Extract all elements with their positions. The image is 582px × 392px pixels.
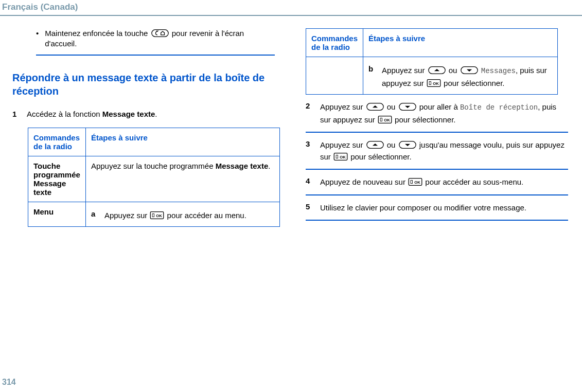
th-commands: Commandes de la radio — [28, 128, 86, 156]
step-3-number: 3 — [306, 139, 313, 148]
bullet-pre: Maintenez enfoncée la touche — [45, 29, 150, 38]
bullet-text: Maintenez enfoncée la touche pour reveni… — [45, 28, 275, 49]
section-heading: Répondre à un message texte à partir de … — [12, 71, 275, 98]
b-post2: pour sélectionner. — [444, 79, 504, 87]
r1c2-pre: Appuyez sur la touche programmée — [91, 162, 216, 170]
sub-a-pre: Appuyez sur — [104, 211, 150, 220]
b-pre: Appuyez sur — [382, 66, 427, 75]
down-icon — [398, 102, 417, 111]
commands-table-right: Commandes de la radio Étapes à suivre b … — [306, 28, 558, 95]
cell-touche-steps: Appuyez sur la touche programmée Message… — [85, 156, 279, 202]
ok-icon — [377, 115, 393, 124]
step-3: 3 Appuyez sur ou jusqu'au message voulu,… — [306, 133, 568, 170]
cell-menu: Menu — [28, 202, 86, 226]
sub-b-label: b — [368, 64, 376, 89]
s2-pre: Appuyez sur — [320, 102, 365, 111]
s2-mono: Boîte de réception — [460, 103, 538, 112]
left-column: • Maintenez enfoncée la touche pour reve… — [12, 28, 275, 227]
ok-icon — [149, 211, 165, 220]
th-commands-r: Commandes de la radio — [306, 29, 363, 57]
page-body: • Maintenez enfoncée la touche pour reve… — [0, 16, 582, 227]
down-icon — [460, 66, 479, 75]
step-1-number: 1 — [12, 109, 20, 118]
cell-touche: Touche programmée Message texte — [28, 156, 86, 202]
s3-post: pour sélectionner. — [350, 152, 411, 161]
th-steps: Étapes à suivre — [85, 128, 279, 156]
sub-a-label: a — [91, 209, 98, 221]
step-list-left: 1 Accédez à la fonction Message texte. C… — [12, 109, 275, 227]
cell-empty — [306, 57, 363, 95]
step-4-body: Appuyez de nouveau sur pour accéder au s… — [320, 176, 568, 188]
step1-post: . — [155, 110, 157, 118]
step-2-body: Appuyez sur ou pour aller à Boîte de réc… — [320, 101, 568, 126]
th-steps-r: Étapes à suivre — [363, 29, 558, 57]
b-mono: Messages — [481, 67, 516, 75]
bullet-dot: • — [36, 28, 39, 49]
commands-table-left: Commandes de la radio Étapes à suivre To… — [28, 128, 280, 227]
s3-ou: ou — [387, 140, 398, 149]
cell-menu-steps: a Appuyez sur pour accéder au menu. — [85, 202, 279, 226]
touche-label: Touche programmée Message texte — [33, 162, 80, 197]
step-2: 2 Appuyez sur ou pour aller à Boîte de r… — [306, 95, 568, 133]
sub-a-text: Appuyez sur pour accéder au menu. — [104, 209, 274, 221]
step-5-body: Utilisez le clavier pour composer ou mod… — [320, 202, 568, 213]
s2-post2: pour sélectionner. — [395, 115, 455, 124]
sub-b-text: Appuyez sur ou Messages, puis sur appuye… — [382, 64, 552, 89]
s3-pre: Appuyez sur — [320, 140, 365, 149]
step-4: 4 Appuyez de nouveau sur pour accéder au… — [306, 170, 568, 195]
up-icon — [365, 140, 385, 149]
language-header: Français (Canada) — [0, 0, 582, 16]
step-5-number: 5 — [306, 202, 313, 211]
bullet-note: • Maintenez enfoncée la touche pour reve… — [36, 28, 275, 56]
ok-icon — [333, 152, 348, 161]
down-icon — [398, 140, 417, 149]
cell-b-steps: b Appuyez sur ou Messages, puis sur appu… — [363, 57, 558, 95]
step1-bold: Message texte — [102, 110, 155, 118]
s4-pre: Appuyez de nouveau sur — [320, 177, 408, 186]
home-icon — [150, 29, 170, 38]
up-icon — [365, 102, 385, 111]
ok-icon — [426, 79, 442, 87]
s2-ou: ou — [387, 102, 398, 111]
step1-pre: Accédez à la fonction — [27, 110, 102, 118]
page-number: 314 — [2, 378, 16, 387]
step-3-body: Appuyez sur ou jusqu'au message voulu, p… — [320, 139, 568, 163]
step-1-text: Accédez à la fonction Message texte. — [27, 110, 157, 118]
step-2-number: 2 — [306, 101, 313, 110]
sub-a-post: pour accéder au menu. — [167, 211, 246, 220]
step-5: 5 Utilisez le clavier pour composer ou m… — [306, 195, 568, 221]
r1c2-post: . — [268, 162, 270, 170]
right-column: Commandes de la radio Étapes à suivre b … — [306, 28, 568, 227]
ok-icon — [408, 177, 423, 186]
b-ou: ou — [449, 66, 460, 75]
up-icon — [427, 66, 447, 75]
s2-mid: pour aller à — [419, 102, 460, 111]
s4-post: pour accéder au sous-menu. — [425, 177, 523, 186]
r1c2-bold: Message texte — [216, 162, 269, 170]
step-4-number: 4 — [306, 176, 313, 185]
